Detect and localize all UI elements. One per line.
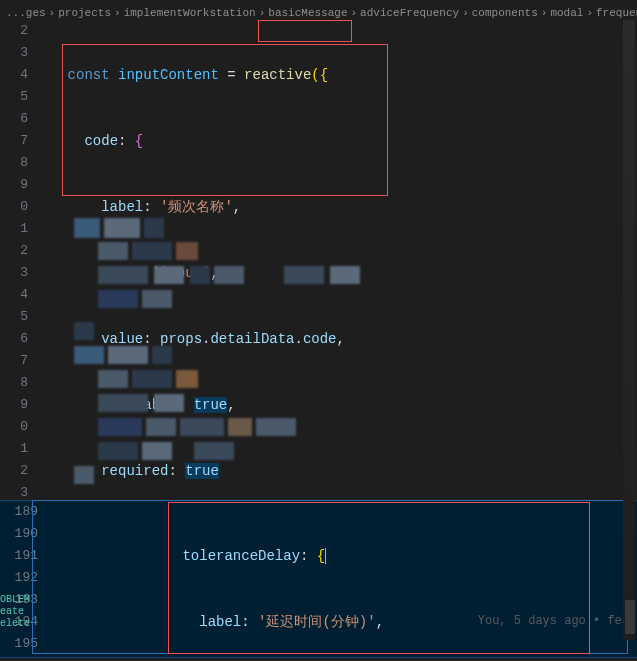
line-number: 1 (0, 218, 28, 240)
line-number: 3 (0, 42, 28, 64)
line-number: 195 (0, 633, 38, 655)
line-number: 192 (0, 567, 38, 589)
breadcrumb-item[interactable]: projects (58, 7, 111, 19)
function-call: reactive (244, 67, 311, 83)
line-number: 4 (0, 64, 28, 86)
line-number: 8 (0, 152, 28, 174)
line-number: 190 (0, 523, 38, 545)
line-number: 7 (0, 130, 28, 152)
code-line[interactable]: code: { (34, 130, 637, 152)
property: label (101, 199, 143, 215)
code-line[interactable]: label: '延迟时间(分钟)', (48, 611, 527, 633)
line-number: 189 (0, 501, 38, 523)
line-number: 2 (0, 460, 28, 482)
blame-text: You, 5 days ago • fea (478, 614, 629, 628)
keyword: const (68, 67, 110, 83)
breadcrumb-sep: › (586, 7, 593, 19)
line-number: 5 (0, 86, 28, 108)
breadcrumb-item[interactable]: frequency... (596, 7, 637, 19)
breadcrumb-sep: › (114, 7, 121, 19)
line-number: 3 (0, 262, 28, 284)
variable: inputContent (118, 67, 219, 83)
breadcrumb-item[interactable]: implementWorkstation (124, 7, 256, 19)
code-line[interactable]: const inputContent = reactive({ (34, 64, 637, 86)
code-line[interactable]: label: '频次名称', (34, 196, 637, 218)
bracket: { (135, 133, 143, 149)
line-number: 1 (0, 438, 28, 460)
line-number: 4 (0, 284, 28, 306)
breadcrumb-sep: › (541, 7, 548, 19)
breadcrumb-item[interactable]: basicMessage (268, 7, 347, 19)
redacted-region (74, 218, 434, 498)
code-editor[interactable]: ...ges›projects›implementWorkstation›bas… (0, 0, 637, 661)
minimap-thumb[interactable] (625, 600, 635, 634)
side-label: OBLEM (0, 594, 30, 606)
peek-gutter: 189 190 191 192 193 194 195 (0, 501, 44, 655)
line-number: 6 (0, 108, 28, 130)
property: toleranceDelay (182, 548, 300, 564)
peek-side-labels: OBLEM eate elete (0, 594, 30, 630)
breadcrumb-sep: › (259, 7, 266, 19)
line-number: 5 (0, 306, 28, 328)
line-number: 9 (0, 174, 28, 196)
string: '频次名称' (160, 199, 233, 215)
line-number: 191 (0, 545, 38, 567)
line-number: 8 (0, 372, 28, 394)
minimap[interactable] (623, 20, 635, 640)
line-number: 9 (0, 394, 28, 416)
breadcrumb-item[interactable]: adviceFrequency (360, 7, 459, 19)
git-blame: You, 5 days ago • fea (478, 610, 629, 632)
line-number: 0 (0, 416, 28, 438)
string: '延迟时间(分钟)' (258, 614, 376, 630)
bracket: ({ (311, 67, 328, 83)
line-number: 2 (0, 240, 28, 262)
line-number: 2 (0, 20, 28, 42)
breadcrumb[interactable]: ...ges›projects›implementWorkstation›bas… (0, 0, 637, 22)
peek-code[interactable]: toleranceDelay: { label: '延迟时间(分钟)', typ… (48, 501, 527, 661)
code-line[interactable]: toleranceDelay: { (48, 545, 527, 567)
side-label: eate (0, 606, 30, 618)
breadcrumb-item[interactable]: ...ges (6, 7, 46, 19)
breadcrumb-sep: › (49, 7, 56, 19)
bracket: { (317, 548, 325, 564)
caret-icon (325, 548, 326, 564)
line-number: 7 (0, 350, 28, 372)
operator: = (227, 67, 235, 83)
side-label: elete (0, 618, 30, 630)
breadcrumb-item[interactable]: components (472, 7, 538, 19)
peek-view[interactable]: 189 190 191 192 193 194 195 toleranceDel… (0, 500, 637, 658)
breadcrumb-sep: › (462, 7, 469, 19)
breadcrumb-item[interactable]: modal (550, 7, 583, 19)
property: code (84, 133, 118, 149)
line-gutter: 2 3 4 5 6 7 8 9 0 1 2 3 4 5 6 7 8 9 0 1 … (0, 20, 34, 504)
line-number: 0 (0, 196, 28, 218)
property: label (199, 614, 241, 630)
breadcrumb-sep: › (351, 7, 358, 19)
line-number: 6 (0, 328, 28, 350)
